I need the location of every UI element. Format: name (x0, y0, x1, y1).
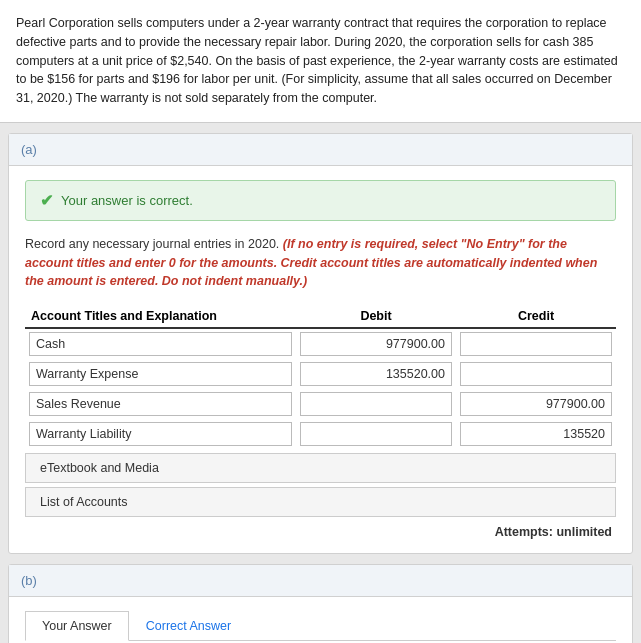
problem-description: Pearl Corporation sells computers under … (0, 0, 641, 123)
list-accounts-button[interactable]: List of Accounts (25, 487, 616, 517)
instruction-text: Record any necessary journal entries in … (25, 235, 616, 291)
table-row (25, 359, 616, 389)
check-icon-a: ✔ (40, 191, 53, 210)
journal-table: Account Titles and Explanation Debit Cre… (25, 305, 616, 449)
success-banner-a: ✔ Your answer is correct. (25, 180, 616, 221)
section-a-label: (a) (9, 134, 632, 166)
col-header-debit: Debit (296, 305, 456, 328)
section-b-label: (b) (9, 565, 632, 597)
section-b-content: Your Answer Correct Answer ✔ Your answer… (9, 597, 632, 643)
debit-input-0[interactable] (300, 332, 452, 356)
section-b: (b) Your Answer Correct Answer ✔ Your an… (8, 564, 633, 643)
col-header-account: Account Titles and Explanation (25, 305, 296, 328)
account-input-1[interactable] (29, 362, 292, 386)
credit-input-3[interactable] (460, 422, 612, 446)
tab-your-answer[interactable]: Your Answer (25, 611, 129, 641)
section-a: (a) ✔ Your answer is correct. Record any… (8, 133, 633, 554)
col-header-credit: Credit (456, 305, 616, 328)
table-row (25, 389, 616, 419)
description-text: Pearl Corporation sells computers under … (16, 16, 618, 105)
credit-input-2[interactable] (460, 392, 612, 416)
tab-correct-answer[interactable]: Correct Answer (129, 611, 248, 640)
credit-input-0[interactable] (460, 332, 612, 356)
account-input-0[interactable] (29, 332, 292, 356)
account-input-2[interactable] (29, 392, 292, 416)
tabs-row: Your Answer Correct Answer (25, 611, 616, 641)
table-row (25, 419, 616, 449)
table-row (25, 328, 616, 359)
section-a-content: ✔ Your answer is correct. Record any nec… (9, 166, 632, 553)
etextbook-button[interactable]: eTextbook and Media (25, 453, 616, 483)
credit-input-1[interactable] (460, 362, 612, 386)
attempts-label: Attempts: unlimited (25, 517, 616, 539)
debit-input-1[interactable] (300, 362, 452, 386)
debit-input-2[interactable] (300, 392, 452, 416)
success-message-a: Your answer is correct. (61, 193, 193, 208)
account-input-3[interactable] (29, 422, 292, 446)
debit-input-3[interactable] (300, 422, 452, 446)
instruction-static: Record any necessary journal entries in … (25, 237, 283, 251)
